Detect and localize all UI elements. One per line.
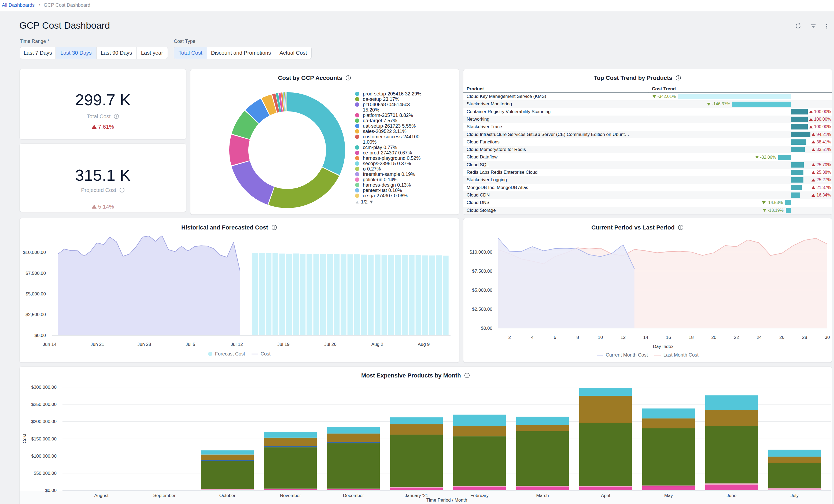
svg-text:May: May xyxy=(664,493,673,498)
svg-text:December: December xyxy=(343,493,364,498)
svg-text:$250,000.00: $250,000.00 xyxy=(31,402,57,407)
svg-text:$10,000.00: $10,000.00 xyxy=(469,249,492,255)
svg-text:$5,000.00: $5,000.00 xyxy=(472,288,492,293)
svg-text:November: November xyxy=(280,493,301,498)
svg-text:$5,000.00: $5,000.00 xyxy=(25,291,46,297)
svg-text:Jun 14: Jun 14 xyxy=(43,342,56,347)
svg-text:January '21: January '21 xyxy=(405,493,428,498)
svg-text:March: March xyxy=(536,493,549,498)
svg-text:Jun 21: Jun 21 xyxy=(90,342,104,347)
svg-text:April: April xyxy=(601,493,610,498)
svg-text:30: 30 xyxy=(825,335,830,340)
svg-text:$7,500.00: $7,500.00 xyxy=(25,271,46,276)
svg-text:Day Index: Day Index xyxy=(653,344,674,349)
svg-text:September: September xyxy=(153,493,175,498)
svg-text:8: 8 xyxy=(576,335,579,340)
svg-text:October: October xyxy=(219,493,236,498)
svg-text:2: 2 xyxy=(508,335,511,340)
svg-text:$7,500.00: $7,500.00 xyxy=(472,269,492,274)
svg-text:18: 18 xyxy=(689,335,694,340)
svg-text:16: 16 xyxy=(666,335,671,340)
svg-text:Jul 19: Jul 19 xyxy=(277,342,289,347)
svg-text:10: 10 xyxy=(598,335,603,340)
svg-text:$2,500.00: $2,500.00 xyxy=(25,312,46,317)
svg-text:$200,000.00: $200,000.00 xyxy=(31,419,57,424)
svg-text:22: 22 xyxy=(734,335,739,340)
svg-text:20: 20 xyxy=(711,335,716,340)
svg-text:Jul 5: Jul 5 xyxy=(185,342,195,347)
svg-text:Jul 12: Jul 12 xyxy=(231,342,243,347)
svg-text:Jun 28: Jun 28 xyxy=(137,342,151,347)
svg-text:24: 24 xyxy=(757,335,762,340)
svg-text:$0.00: $0.00 xyxy=(45,488,57,493)
svg-text:28: 28 xyxy=(802,335,807,340)
svg-text:Aug 2: Aug 2 xyxy=(371,342,383,347)
svg-text:$50,000.00: $50,000.00 xyxy=(34,471,57,476)
svg-text:Cost: Cost xyxy=(22,434,27,443)
svg-text:6: 6 xyxy=(554,335,556,340)
svg-text:$100,000.00: $100,000.00 xyxy=(31,454,57,459)
svg-text:4: 4 xyxy=(531,335,533,340)
svg-text:Aug 9: Aug 9 xyxy=(418,342,430,347)
svg-text:February: February xyxy=(470,493,489,498)
svg-text:$10,000.00: $10,000.00 xyxy=(23,250,46,255)
svg-text:August: August xyxy=(94,493,109,498)
svg-text:26: 26 xyxy=(779,335,784,340)
svg-text:$300,000.00: $300,000.00 xyxy=(31,385,57,390)
svg-text:14: 14 xyxy=(643,335,649,340)
svg-text:$0.00: $0.00 xyxy=(34,333,46,338)
svg-text:12: 12 xyxy=(620,335,626,340)
svg-text:Jul 26: Jul 26 xyxy=(324,342,336,347)
svg-text:$150,000.00: $150,000.00 xyxy=(31,436,57,441)
svg-text:July: July xyxy=(791,493,799,498)
svg-text:Time Period / Month: Time Period / Month xyxy=(426,498,467,503)
svg-text:$2,500.00: $2,500.00 xyxy=(472,307,492,312)
svg-text:$0.00: $0.00 xyxy=(481,326,492,331)
svg-text:June: June xyxy=(727,493,737,498)
